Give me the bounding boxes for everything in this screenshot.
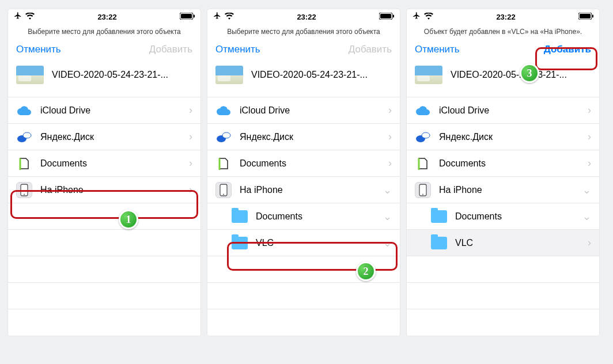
wifi-icon <box>424 12 433 22</box>
location-list: iCloud Drive › Яндекс.Диск › Documents ›… <box>207 97 400 336</box>
row-label: На iPhone <box>240 185 383 195</box>
video-item: VIDEO-2020-05-24-23-21-... <box>407 62 599 97</box>
cancel-button[interactable]: Отменить <box>215 44 260 55</box>
iphone-icon <box>16 182 32 198</box>
row-label: Documents <box>455 211 582 222</box>
row-on-iphone[interactable]: На iPhone › <box>8 177 200 203</box>
svg-point-13 <box>223 194 224 195</box>
row-sub-vlc[interactable]: VLC ⌄ <box>207 230 400 256</box>
step-badge: 1 <box>119 210 138 229</box>
video-item: VIDEO-2020-05-24-23-21-... <box>207 62 400 97</box>
battery-icon <box>578 12 593 22</box>
row-yadisk[interactable]: Яндекс.Диск › <box>207 124 400 150</box>
row-icloud[interactable]: iCloud Drive › <box>8 97 200 124</box>
row-on-iphone[interactable]: На iPhone ⌄ <box>407 177 599 203</box>
svg-rect-16 <box>592 15 593 18</box>
svg-rect-2 <box>194 15 195 18</box>
airplane-icon <box>213 12 221 22</box>
status-bar: 23:22 <box>407 9 599 23</box>
yadisk-icon <box>215 129 232 145</box>
video-item: VIDEO-2020-05-24-23-21-... <box>8 62 200 97</box>
status-bar: 23:22 <box>8 9 200 23</box>
icloud-icon <box>415 103 431 119</box>
row-sub-documents[interactable]: Documents ⌄ <box>207 203 400 230</box>
cancel-button[interactable]: Отменить <box>415 44 460 55</box>
row-documents[interactable]: Documents › <box>407 150 599 177</box>
row-label: На iPhone <box>439 185 582 195</box>
row-sub-documents[interactable]: Documents ⌄ <box>407 203 599 230</box>
chevron-right-icon: › <box>189 131 192 143</box>
row-yadisk[interactable]: Яндекс.Диск › <box>407 124 599 150</box>
video-thumbnail <box>415 66 442 84</box>
svg-rect-9 <box>393 15 394 18</box>
add-button[interactable]: Добавить <box>149 44 192 55</box>
chevron-right-icon: › <box>388 131 392 143</box>
documents-icon <box>16 156 32 172</box>
row-documents[interactable]: Documents › <box>207 150 400 177</box>
iphone-icon <box>415 182 431 198</box>
cancel-button[interactable]: Отменить <box>16 44 61 55</box>
iphone-icon <box>215 182 232 198</box>
prompt-text: Объект будет добавлен в «VLC» на «На iPh… <box>407 23 599 41</box>
step-badge: 2 <box>356 261 376 281</box>
nav-bar: Отменить Добавить <box>207 41 400 62</box>
step-badge: 3 <box>520 63 539 83</box>
video-filename: VIDEO-2020-05-24-23-21-... <box>251 70 368 80</box>
nav-bar: Отменить Добавить <box>407 41 599 62</box>
yadisk-icon <box>16 129 32 145</box>
svg-rect-8 <box>380 14 391 18</box>
add-button[interactable]: Добавить <box>349 44 392 55</box>
folder-icon <box>232 235 248 251</box>
prompt-text: Выберите место для добавления этого объе… <box>207 23 400 41</box>
row-icloud[interactable]: iCloud Drive › <box>407 97 599 124</box>
yadisk-icon <box>415 129 431 145</box>
svg-point-20 <box>422 194 423 195</box>
chevron-right-icon: › <box>588 157 591 169</box>
wifi-icon <box>25 12 35 22</box>
icloud-icon <box>215 103 232 119</box>
row-label: На iPhone <box>40 185 189 195</box>
chevron-down-icon: ⌄ <box>582 184 591 196</box>
row-label: Яндекс.Диск <box>40 132 189 142</box>
video-filename: VIDEO-2020-05-24-23-21-... <box>451 70 567 80</box>
empty-row <box>8 256 200 283</box>
row-label: Яндекс.Диск <box>240 132 388 142</box>
row-label: iCloud Drive <box>439 105 588 116</box>
folder-icon <box>431 235 447 251</box>
row-label: VLC <box>256 238 383 248</box>
row-on-iphone[interactable]: На iPhone ⌄ <box>207 177 400 203</box>
empty-row <box>407 283 599 309</box>
row-sub-vlc[interactable]: VLC › <box>407 230 599 256</box>
clock: 23:22 <box>297 13 316 21</box>
empty-row <box>207 309 400 336</box>
status-bar: 23:22 <box>207 9 400 23</box>
chevron-right-icon: › <box>189 184 192 196</box>
documents-icon <box>215 156 232 172</box>
location-list: iCloud Drive › Яндекс.Диск › Documents ›… <box>407 97 599 336</box>
location-list: iCloud Drive › Яндекс.Диск › Documents ›… <box>8 97 200 336</box>
chevron-right-icon: › <box>189 157 192 169</box>
folder-icon <box>431 208 447 225</box>
nav-bar: Отменить Добавить <box>8 41 200 62</box>
add-button[interactable]: Добавить <box>544 44 591 55</box>
row-yadisk[interactable]: Яндекс.Диск › <box>8 124 200 150</box>
screen-1: 23:22 Выберите место для добавления этог… <box>8 9 200 336</box>
row-label: Documents <box>439 158 588 169</box>
battery-icon <box>379 12 394 22</box>
row-documents[interactable]: Documents › <box>8 150 200 177</box>
chevron-down-icon: ⌄ <box>383 237 392 249</box>
chevron-right-icon: › <box>189 104 192 116</box>
icloud-icon <box>16 103 32 119</box>
chevron-right-icon: › <box>388 104 392 116</box>
chevron-down-icon: ⌄ <box>383 210 392 223</box>
empty-row <box>8 309 200 336</box>
row-label: iCloud Drive <box>240 105 388 116</box>
battery-icon <box>180 12 195 22</box>
prompt-text: Выберите место для добавления этого объе… <box>8 23 200 41</box>
empty-row <box>407 309 599 336</box>
documents-icon <box>415 156 431 172</box>
clock: 23:22 <box>97 13 116 21</box>
screen-3: 23:22 Объект будет добавлен в «VLC» на «… <box>407 9 599 336</box>
row-icloud[interactable]: iCloud Drive › <box>207 97 400 124</box>
svg-rect-15 <box>580 14 591 18</box>
